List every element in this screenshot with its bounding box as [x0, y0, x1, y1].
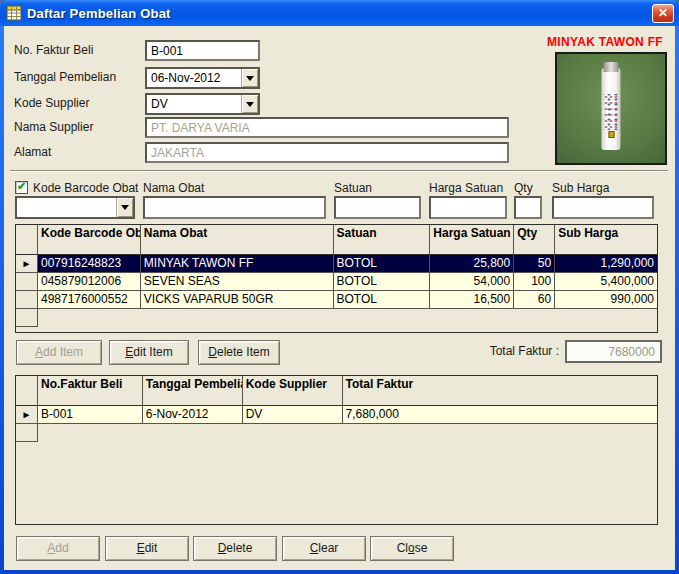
app-window: Daftar Pembelian Obat ✕ No. Faktur Beli … — [0, 0, 679, 574]
cell-sub-harga: 1,290,000 — [555, 255, 657, 273]
barcode-combobox[interactable] — [15, 196, 135, 219]
qty-label: Qty — [514, 181, 533, 195]
header-selector-cell — [16, 225, 38, 255]
purchases-table: No.Faktur Beli Tanggal Pembelian Kode Su… — [15, 375, 658, 525]
row-selector-cell — [16, 273, 38, 291]
cell-sub-harga: 5,400,000 — [555, 273, 657, 291]
tanggal-value: 06-Nov-2012 — [147, 69, 241, 87]
clear-button[interactable]: Clear — [282, 536, 366, 561]
delete-item-button[interactable]: Delete Item — [198, 340, 280, 365]
close-button[interactable]: Close — [370, 536, 454, 561]
header-nama-obat: Nama Obat — [141, 225, 334, 255]
barcode-combobox-value — [17, 198, 116, 217]
row-selector-cell: ► — [16, 406, 38, 424]
product-bottle-image — [602, 68, 621, 150]
row-selector-cell — [16, 291, 38, 309]
form-client-area: No. Faktur Beli Tanggal Pembelian 06-Nov… — [4, 26, 675, 570]
chevron-down-icon — [246, 76, 254, 85]
header-kode-barcode: Kode Barcode Obat — [38, 225, 141, 255]
barcode-checkbox[interactable]: ✔ — [15, 181, 28, 194]
checkmark-icon: ✔ — [17, 181, 26, 192]
edit-item-button[interactable]: Edit Item — [109, 340, 189, 365]
header-selector-cell — [16, 376, 38, 406]
alamat-field — [145, 142, 509, 163]
cell-kode-barcode: 007916248823 — [38, 255, 141, 273]
harga-satuan-label: Harga Satuan — [429, 181, 503, 195]
sub-harga-label: Sub Harga — [552, 181, 609, 195]
bottle-cap — [604, 62, 619, 72]
cell-kode-barcode: 4987176000552 — [38, 291, 141, 309]
window-title: Daftar Pembelian Obat — [27, 6, 171, 21]
cell-tanggal: 6-Nov-2012 — [143, 406, 243, 424]
cell-satuan: BOTOL — [334, 273, 431, 291]
kode-supplier-value: DV — [147, 95, 241, 113]
product-name-label: MINYAK TAWON FF — [537, 35, 673, 49]
items-table-row[interactable]: 045879012006 SEVEN SEAS BOTOL 54,000 100… — [16, 273, 657, 291]
items-table-row[interactable]: ► 007916248823 MINYAK TAWON FF BOTOL 25,… — [16, 255, 657, 273]
header-harga-satuan: Harga Satuan — [430, 225, 514, 255]
total-faktur-field: 7680000 — [565, 340, 662, 363]
chevron-down-icon — [121, 205, 129, 214]
items-table: Kode Barcode Obat Nama Obat Satuan Harga… — [15, 224, 658, 333]
tanggal-label: Tanggal Pembelian — [14, 70, 116, 84]
kode-supplier-combobox[interactable]: DV — [145, 93, 260, 115]
nama-obat-input[interactable] — [143, 196, 326, 219]
titlebar[interactable]: Daftar Pembelian Obat ✕ — [0, 0, 679, 26]
add-item-button[interactable]: Add Item — [16, 340, 102, 365]
row-selector-cell — [16, 309, 38, 327]
separator-line — [10, 170, 668, 172]
close-button[interactable]: ✕ — [652, 4, 674, 23]
purchases-table-row[interactable]: ► B-001 6-Nov-2012 DV 7,680,000 — [16, 406, 657, 424]
no-faktur-input[interactable] — [145, 40, 260, 61]
kode-supplier-label: Kode Supplier — [14, 96, 89, 110]
alamat-label: Alamat — [14, 145, 51, 159]
row-selector-cell: ► — [16, 255, 38, 273]
tanggal-dropdown-button[interactable] — [241, 69, 258, 87]
items-table-empty-row — [16, 309, 657, 327]
cell-no-faktur: B-001 — [38, 406, 143, 424]
row-selector-arrow-icon: ► — [22, 409, 32, 420]
row-selector-cell — [16, 424, 38, 442]
cell-harga-satuan: 16,500 — [430, 291, 514, 309]
harga-satuan-input[interactable] — [429, 196, 507, 219]
bottle-mark — [608, 131, 614, 138]
cell-nama-obat: VICKS VAPARUB 50GR — [141, 291, 334, 309]
cell-harga-satuan: 25,800 — [430, 255, 514, 273]
header-satuan: Satuan — [334, 225, 431, 255]
add-button[interactable]: Add — [16, 536, 100, 561]
total-faktur-label: Total Faktur : — [479, 344, 559, 358]
header-total-faktur: Total Faktur — [343, 376, 657, 406]
cell-kode-barcode: 045879012006 — [38, 273, 141, 291]
cell-total-faktur: 7,680,000 — [343, 406, 658, 424]
purchases-table-empty-row — [16, 424, 657, 442]
items-table-row[interactable]: 4987176000552 VICKS VAPARUB 50GR BOTOL 1… — [16, 291, 657, 309]
row-selector-arrow-icon: ► — [22, 258, 32, 269]
barcode-checkbox-label: Kode Barcode Obat — [33, 181, 138, 195]
kode-supplier-dropdown-button[interactable] — [241, 95, 258, 113]
items-table-header-row: Kode Barcode Obat Nama Obat Satuan Harga… — [16, 225, 657, 255]
nama-obat-label: Nama Obat — [143, 181, 204, 195]
bottle-label — [604, 94, 619, 130]
no-faktur-label: No. Faktur Beli — [14, 43, 93, 57]
barcode-dropdown-button[interactable] — [116, 198, 133, 217]
cell-sub-harga: 990,000 — [555, 291, 657, 309]
delete-button[interactable]: Delete — [193, 536, 277, 561]
qty-input[interactable] — [514, 196, 542, 219]
sub-harga-input[interactable] — [552, 196, 654, 219]
header-sub-harga: Sub Harga — [555, 225, 657, 255]
cell-nama-obat: SEVEN SEAS — [141, 273, 334, 291]
edit-button[interactable]: Edit — [105, 536, 189, 561]
cell-harga-satuan: 54,000 — [430, 273, 514, 291]
cell-kode-supplier: DV — [243, 406, 343, 424]
header-tanggal: Tanggal Pembelian — [143, 376, 243, 406]
cell-qty: 60 — [514, 291, 555, 309]
satuan-input[interactable] — [334, 196, 421, 219]
nama-supplier-field — [145, 117, 509, 138]
satuan-label: Satuan — [334, 181, 372, 195]
tanggal-combobox[interactable]: 06-Nov-2012 — [145, 67, 260, 89]
app-icon — [6, 5, 22, 21]
cell-qty: 50 — [514, 255, 555, 273]
cell-nama-obat: MINYAK TAWON FF — [141, 255, 334, 273]
header-kode-supplier: Kode Supplier — [243, 376, 343, 406]
header-no-faktur: No.Faktur Beli — [38, 376, 143, 406]
